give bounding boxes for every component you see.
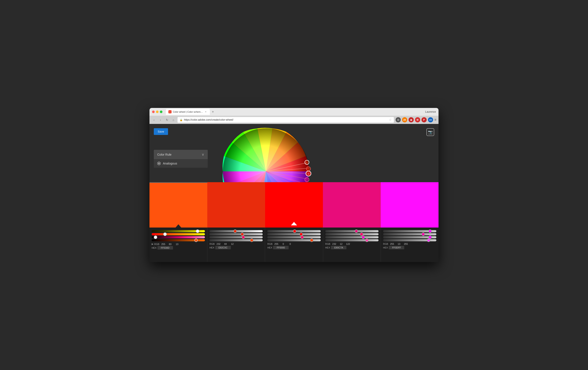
hex-label-2: HEX <box>210 246 214 249</box>
radio-button[interactable] <box>157 162 161 165</box>
swatch-5[interactable] <box>381 182 439 228</box>
notification-icon[interactable]: 28 <box>402 117 407 122</box>
url-bar[interactable]: 🔒 https://color.adobe.com/create/color-w… <box>178 117 394 123</box>
rgb-r-1: 255 <box>160 243 166 245</box>
title-bar: A Color wheel | Color schem… ✕ + Laurenc… <box>149 108 439 116</box>
forward-button[interactable]: › <box>158 118 163 122</box>
swatch-1-controls: ▶ RGB 255 83 13 HEX <box>149 228 207 262</box>
slider-4-3[interactable] <box>325 236 378 238</box>
slider-1-1-thumb[interactable] <box>196 229 199 233</box>
home-button[interactable]: ⌂ <box>171 118 176 122</box>
rgb-b-5: 255 <box>403 243 409 245</box>
extension-icon-1[interactable]: ◉ <box>409 117 414 122</box>
rgb-row-5: RGB 255 13 255 <box>383 243 436 245</box>
gmail-icon[interactable]: M <box>415 117 420 122</box>
slider-4-4-thumb[interactable] <box>365 239 369 242</box>
slider-5-1-thumb[interactable] <box>428 229 432 233</box>
slider-3-1[interactable] <box>267 230 321 232</box>
save-button[interactable]: Save <box>154 128 168 135</box>
slider-5-4-thumb[interactable] <box>427 239 430 242</box>
slider-5-3[interactable] <box>383 236 436 238</box>
expand-icon-1[interactable]: ▶ <box>152 243 153 245</box>
swatch-5-controls: RGB 255 13 255 HEX <box>381 228 439 262</box>
slider-1-3[interactable] <box>152 236 205 238</box>
tab-area: A Color wheel | Color schem… ✕ + <box>166 109 423 115</box>
slider-4-1-thumb[interactable] <box>355 229 358 233</box>
slider-2-3-thumb[interactable] <box>242 236 245 239</box>
new-tab-button[interactable]: + <box>210 109 216 115</box>
slider-3-4[interactable] <box>267 239 321 241</box>
menu-icon[interactable]: ≡ <box>434 118 436 122</box>
close-button[interactable] <box>152 110 155 113</box>
slider-2-1[interactable] <box>210 230 263 232</box>
rgb-r-3: 255 <box>273 243 279 245</box>
color-rule-header[interactable]: Color Rule ∨ <box>154 150 208 159</box>
hex-row-2: HEX <box>210 246 263 249</box>
back-button[interactable]: ‹ <box>152 118 156 122</box>
camera-button[interactable]: 📷 <box>426 128 434 136</box>
swatch-1[interactable] <box>149 182 207 228</box>
svg-point-10 <box>306 167 311 171</box>
rgb-r-5: 255 <box>389 243 395 245</box>
hex-input-2[interactable] <box>215 246 231 249</box>
slider-2-4[interactable] <box>210 239 263 241</box>
analogous-option[interactable]: Analogous <box>154 159 208 168</box>
layers-icon[interactable]: ⊞ <box>396 117 401 122</box>
rgb-label-1: RGB <box>154 243 159 245</box>
slider-3-1-thumb[interactable] <box>293 229 296 233</box>
rgb-label-5: RGB <box>383 243 388 245</box>
slider-5-4[interactable] <box>383 239 436 241</box>
slider-4-3-thumb[interactable] <box>361 236 365 239</box>
swatch-4-controls: RGB 232 12 122 HEX <box>323 228 381 262</box>
hex-input-1[interactable] <box>158 246 173 250</box>
slider-5-2-thumb[interactable] <box>421 232 425 236</box>
bottom-panel: ▶ RGB 255 83 13 HEX <box>149 228 439 262</box>
slider-2-2[interactable] <box>210 233 263 235</box>
hex-row-1: HEX <box>152 246 205 250</box>
active-tab[interactable]: A Color wheel | Color schem… ✕ <box>166 109 210 115</box>
tab-close-button[interactable]: ✕ <box>204 110 207 113</box>
pinterest-icon[interactable]: P <box>421 117 427 122</box>
slider-1-2[interactable] <box>152 233 205 235</box>
slider-1-4[interactable] <box>152 239 205 241</box>
maximize-button[interactable] <box>160 110 162 113</box>
address-bar: ‹ › ↻ ⌂ 🔒 https://color.adobe.com/create… <box>149 116 439 124</box>
hex-input-4[interactable] <box>331 246 346 249</box>
swatch-2-controls: RGB 232 44 12 HEX <box>207 228 265 262</box>
slider-3-3[interactable] <box>267 236 321 238</box>
camera-icon: 📷 <box>428 130 433 134</box>
slider-1-3-thumb[interactable] <box>154 236 157 239</box>
radio-inner <box>158 163 160 164</box>
hex-row-5: HEX <box>383 246 436 249</box>
caret-up-1 <box>175 224 181 228</box>
ssl-icon: 🔒 <box>180 119 183 121</box>
slider-3-4-thumb[interactable] <box>310 239 314 242</box>
swatch-3[interactable] <box>265 182 323 228</box>
refresh-button[interactable]: ↻ <box>165 118 169 122</box>
slider-5-1[interactable] <box>383 230 436 232</box>
slider-2-3[interactable] <box>210 236 263 238</box>
slider-3-3-thumb[interactable] <box>301 236 304 239</box>
slider-5-2[interactable] <box>383 233 436 235</box>
slider-2-1-thumb[interactable] <box>233 229 237 233</box>
hex-input-3[interactable] <box>273 246 289 249</box>
slider-4-2[interactable] <box>325 233 378 235</box>
minimize-button[interactable] <box>156 110 158 113</box>
slider-4-4[interactable] <box>325 239 378 241</box>
slider-3-2[interactable] <box>267 233 321 235</box>
rgb-g-2: 44 <box>222 243 228 245</box>
swatch-4[interactable] <box>323 182 381 228</box>
hex-row-4: HEX <box>325 246 378 249</box>
hex-input-5[interactable] <box>389 246 404 249</box>
slider-4-1[interactable] <box>325 230 378 232</box>
slider-2-4-thumb[interactable] <box>250 239 253 242</box>
color-bands <box>149 182 439 228</box>
rgb-label-3: RGB <box>267 243 273 245</box>
slider-1-4-thumb[interactable] <box>194 239 198 242</box>
bookmark-star-icon[interactable]: ☆ <box>389 118 392 121</box>
rgb-r-2: 232 <box>215 243 221 245</box>
slider-1-2-thumb[interactable] <box>163 232 167 236</box>
100-icon[interactable]: 100 <box>428 117 433 122</box>
slider-1-1[interactable] <box>152 230 205 232</box>
swatch-2[interactable] <box>207 182 265 228</box>
